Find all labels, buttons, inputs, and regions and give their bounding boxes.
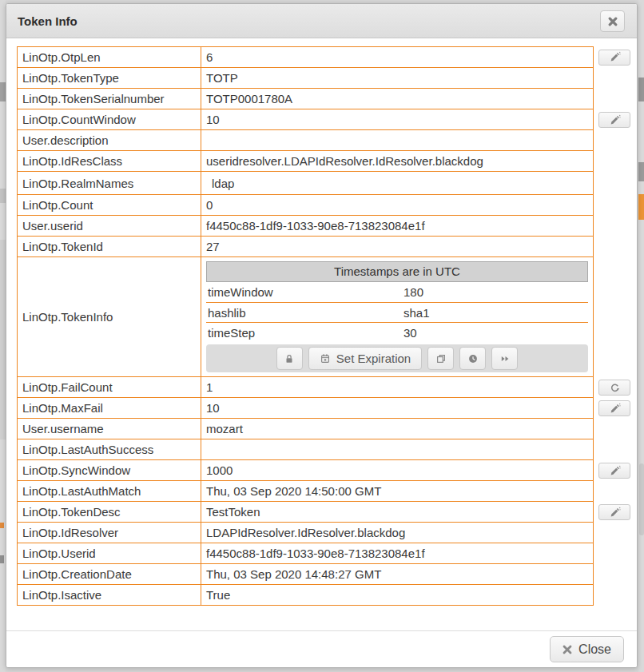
row-value: TestToken <box>201 502 594 523</box>
row-key: LinOtp.Userid <box>17 543 201 564</box>
row-value: 10 <box>201 398 594 419</box>
table-row: LinOtp.Isactive True <box>17 585 634 606</box>
background-left-item <box>0 189 6 203</box>
tokeninfo-row: timeStep 30 <box>206 322 588 342</box>
row-value: True <box>201 585 594 606</box>
lock-icon <box>284 353 295 364</box>
row-action-slot <box>594 89 634 109</box>
close-button-label: Close <box>578 642 611 657</box>
close-button[interactable]: Close <box>550 636 624 662</box>
row-action-slot <box>594 46 634 68</box>
background-left-item <box>0 82 6 101</box>
row-value: 1000 <box>201 460 594 481</box>
row-action-slot <box>594 398 634 419</box>
table-row: User.description <box>17 130 634 151</box>
set-expiration-button-label: Set Expiration <box>336 352 411 365</box>
row-key: LinOtp.Isactive <box>17 585 201 606</box>
table-row: LinOtp.Userid f4450c88-1df9-1033-90e8-71… <box>17 543 634 564</box>
table-row: LinOtp.RealmNames ldap <box>17 172 634 195</box>
row-action-slot <box>594 377 634 398</box>
row-value: TOTP0001780A <box>201 89 594 109</box>
edit-value-button[interactable] <box>598 50 630 66</box>
row-value: ldap <box>201 172 594 195</box>
clock-button[interactable] <box>459 347 486 370</box>
pencil-icon <box>609 465 621 477</box>
row-key: User.username <box>17 419 201 439</box>
edit-value-button[interactable] <box>598 463 630 479</box>
calendar-icon <box>320 353 331 364</box>
row-key: LinOtp.TokenType <box>17 68 201 89</box>
table-row: LinOtp.TokenType TOTP <box>17 68 634 89</box>
row-value: f4450c88-1df9-1033-90e8-713823084e1f <box>201 216 594 237</box>
row-value: 27 <box>201 237 594 257</box>
background-right-scrollbar[interactable] <box>639 463 644 535</box>
row-key: LinOtp.RealmNames <box>17 172 201 195</box>
seek-next-icon <box>499 353 511 364</box>
edit-value-button[interactable] <box>598 112 630 128</box>
row-key: LinOtp.TokenSerialnumber <box>17 89 201 109</box>
background-right-item <box>638 78 644 101</box>
row-key: LinOtp.TokenId <box>17 237 201 257</box>
copy-icon <box>435 353 447 364</box>
row-action-slot <box>594 216 634 237</box>
table-row: LinOtp.OtpLen 6 <box>17 46 634 68</box>
dialog-content: LinOtp.OtpLen 6 LinOtp.TokenType TOTP Li… <box>6 38 637 606</box>
tokeninfo-toolbar: Set Expiration <box>206 344 588 372</box>
set-expiration-button[interactable]: Set Expiration <box>308 347 422 370</box>
table-row: LinOtp.TokenSerialnumber TOTP0001780A <box>17 89 634 109</box>
row-key: User.userid <box>17 216 201 237</box>
tokeninfo-row: hashlib sha1 <box>206 302 588 322</box>
row-key: LinOtp.FailCount <box>17 377 201 398</box>
row-key: LinOtp.IdResClass <box>17 151 201 172</box>
edit-value-button[interactable] <box>598 400 630 416</box>
row-key: LinOtp.CreationDate <box>17 564 201 585</box>
table-row: LinOtp.TokenInfo Timestamps are in UTC t… <box>17 257 634 377</box>
background-left-accent <box>0 523 4 528</box>
row-action-slot <box>594 419 634 439</box>
tokeninfo-row-key: hashlib <box>208 305 403 320</box>
tokeninfo-rows: timeWindow 180 hashlib sha1 timeStep 30 <box>206 282 588 342</box>
row-value: 1 <box>201 377 594 398</box>
table-row: LinOtp.IdResolver LDAPIdResolver.IdResol… <box>17 523 634 543</box>
dialog-title: Token Info <box>18 14 78 28</box>
row-key: LinOtp.OtpLen <box>17 46 201 68</box>
row-key: LinOtp.TokenDesc <box>17 502 201 523</box>
table-row: LinOtp.MaxFail 10 <box>17 398 634 419</box>
row-action-slot <box>594 151 634 172</box>
row-value: f4450c88-1df9-1033-90e8-713823084e1f <box>201 543 594 564</box>
table-row: LinOtp.IdResClass useridresolver.LDAPIdR… <box>17 151 634 172</box>
row-action-slot <box>594 502 634 523</box>
table-row: LinOtp.TokenId 27 <box>17 237 634 257</box>
tokeninfo-row-key: timeStep <box>208 325 403 340</box>
table-row: User.username mozart <box>17 419 634 439</box>
table-row: LinOtp.CountWindow 10 <box>17 109 634 130</box>
pencil-icon <box>609 507 621 519</box>
row-value: useridresolver.LDAPIdResolver.IdResolver… <box>201 151 594 172</box>
table-row: LinOtp.CreationDate Thu, 03 Sep 2020 14:… <box>17 564 634 585</box>
row-key: User.description <box>17 130 201 151</box>
table-row: LinOtp.TokenDesc TestToken <box>17 502 634 523</box>
token-info-dialog: Token Info LinOtp.OtpLen 6 LinOtp.TokenT… <box>6 3 638 668</box>
edit-value-button[interactable] <box>598 504 630 520</box>
reset-failcount-button[interactable] <box>598 380 630 396</box>
copy-button[interactable] <box>427 347 454 370</box>
seek-next-button[interactable] <box>491 347 518 370</box>
dialog-close-button[interactable] <box>600 10 625 32</box>
table-row: LinOtp.LastAuthSuccess <box>17 439 634 460</box>
x-icon <box>563 645 572 654</box>
background-left-item <box>0 240 6 439</box>
row-key: LinOtp.CountWindow <box>17 109 201 130</box>
row-key: LinOtp.TokenInfo <box>17 257 201 377</box>
row-key: LinOtp.LastAuthMatch <box>17 481 201 502</box>
table-row: User.userid f4450c88-1df9-1033-90e8-7138… <box>17 216 634 237</box>
lock-button[interactable] <box>276 347 303 370</box>
row-value <box>201 439 594 460</box>
row-value: LDAPIdResolver.IdResolver.blackdog <box>201 523 594 543</box>
table-row: LinOtp.Count 0 <box>17 195 634 216</box>
row-key: LinOtp.IdResolver <box>17 523 201 543</box>
row-value: Timestamps are in UTC timeWindow 180 has… <box>201 257 594 377</box>
table-row: LinOtp.LastAuthMatch Thu, 03 Sep 2020 14… <box>17 481 634 502</box>
background-right-accent <box>638 194 644 220</box>
row-value: 0 <box>201 195 594 216</box>
token-info-table: LinOtp.OtpLen 6 LinOtp.TokenType TOTP Li… <box>17 46 634 606</box>
